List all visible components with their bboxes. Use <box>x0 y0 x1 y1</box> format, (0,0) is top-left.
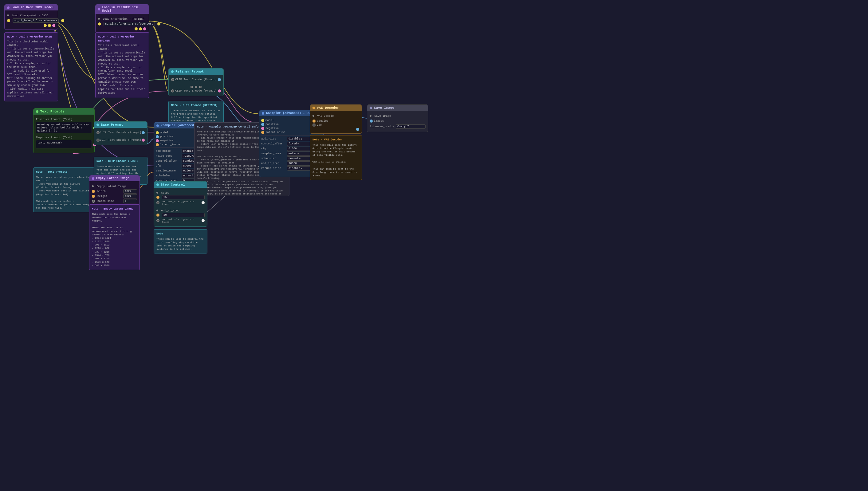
refiner-prompt-header: Refiner Prompt <box>169 68 223 75</box>
note-vae-decoder-title: Note - VAE Decoder <box>313 138 359 142</box>
text-prompts-header: Text Prompts <box>33 109 94 115</box>
note-load-refiner: Note - Load Checkpoint REFINER This is a… <box>95 32 149 98</box>
step-control-title: Step Control <box>161 183 185 186</box>
steps-control-after: control_after_generate fixed <box>162 200 200 206</box>
note-text-prompts: Note - Text Prompts These nodes are wher… <box>33 168 95 212</box>
refiner-clip1: CLIP Text Encode (Prompt) <box>175 78 216 81</box>
refiner-prompt-node: Refiner Prompt CLIP Text Encode (Prompt)… <box>168 68 224 96</box>
latent-width[interactable]: 1024 <box>123 189 137 194</box>
base-prompt-header: Base Prompt <box>94 122 147 128</box>
text-prompts-title: Text Prompts <box>40 110 64 113</box>
note-clip-base-title: Note - CLIP Encode (BASE) <box>96 160 145 164</box>
note-load-base-text: This is a checkpoint model loader. - Thi… <box>7 40 55 98</box>
save-image-node: Save Image Save Image images filename_pr… <box>367 105 428 132</box>
step-control-node: Step Control steps 25 control_after_gene… <box>154 181 207 227</box>
refiner-model-file[interactable]: sd_xl_refiner_1.0.safetensors <box>104 22 155 26</box>
load-base-header: Load in BASE SDXL Model <box>5 5 58 10</box>
empty-latent-title: Empty Latent Image <box>96 177 129 180</box>
note-step-control: Note These can be used to control the to… <box>154 229 207 254</box>
step-control-header: Step Control <box>154 181 207 188</box>
load-base-title: Load in BASE SDXL Model <box>11 6 54 9</box>
note-empty-latent: Note - Empty Latent Image This node sets… <box>89 204 140 270</box>
note-empty-latent-text: This node sets the image's resolution in… <box>92 212 137 267</box>
end-at-step-value[interactable]: 20 <box>162 213 205 217</box>
negative-prompt-input[interactable] <box>36 140 92 148</box>
note-text-prompts-text: These nodes are where you include the te… <box>36 175 92 210</box>
load-refiner-node: Load in REFINER SDXL Model Load Checkpoi… <box>95 4 149 33</box>
save-image-title: Save Image <box>374 106 394 110</box>
note-step-control-title: Note <box>156 232 205 236</box>
load-refiner-header: Load in REFINER SDXL Model <box>95 5 149 14</box>
load-base-node: Load in BASE SDXL Model Load Checkpoint … <box>4 4 58 30</box>
note-empty-latent-title: Note - Empty Latent Image <box>92 207 137 211</box>
latent-batch[interactable]: 1 <box>123 199 137 203</box>
positive-prompt-input[interactable] <box>36 122 92 133</box>
save-image-header: Save Image <box>367 105 428 111</box>
note-step-control-text: These can be used to control the total s… <box>156 237 205 251</box>
save-filename[interactable]: ComfyUI <box>396 124 426 129</box>
note-load-refiner-text: This is a checkpoint model loader. - Thi… <box>98 44 146 95</box>
base-model-file[interactable]: sd_xl_base_1.0.safetensors <box>12 19 59 23</box>
latent-height[interactable]: 1024 <box>123 194 137 199</box>
note-load-base-title: Note - Load Checkpoint BASE <box>7 35 55 39</box>
refiner-prompt-title: Refiner Prompt <box>175 70 204 74</box>
load-base-checkpoint-label: Load Checkpoint - BASE <box>7 14 55 17</box>
note-vae-decoder: Note - VAE Decoder This node will take t… <box>310 135 362 180</box>
vae-decoder-header: VAE Decoder <box>310 105 361 111</box>
vae-decoder-node: VAE Decoder VAE Decode samples vae <box>310 105 362 134</box>
empty-latent-header: Empty Latent Image <box>89 175 140 181</box>
refiner-clip2: CLIP Text Encode (Prompt) <box>175 89 216 92</box>
base-prompt-title: Base Prompt <box>101 123 123 126</box>
note-text-prompts-title: Note - Text Prompts <box>36 170 92 174</box>
negative-label: Negative Prompt (Text) <box>36 136 73 139</box>
load-refiner-checkpoint-label: Load Checkpoint - REFINER <box>98 18 146 21</box>
note-load-refiner-title: Note - Load Checkpoint REFINER <box>98 35 146 43</box>
steps-value[interactable]: 25 <box>162 195 205 199</box>
text-prompts-node: Text Prompts Positive Prompt (Text) Nega… <box>33 108 95 153</box>
note-load-base: Note - Load Checkpoint BASE This is a ch… <box>4 32 58 102</box>
base-clip2: CLIP Text Encode (Prompt) <box>100 139 141 142</box>
base-prompt-node: Base Prompt CLIP Text Encode (Prompt) CL… <box>94 121 147 145</box>
ksampler-base-add-noise-label: add_noise <box>156 150 180 153</box>
base-clip1: CLIP Text Encode (Prompt) <box>100 131 141 134</box>
vae-decoder-title: VAE Decoder <box>317 106 339 110</box>
load-refiner-title: Load in REFINER SDXL Model <box>102 6 146 12</box>
note-vae-decoder-text: This node will take the latent data from… <box>313 143 359 178</box>
note-clip-refiner-title: Note - CLIP Encode (REFINER) <box>171 104 221 108</box>
positive-label: Positive Prompt (Text) <box>36 118 73 121</box>
